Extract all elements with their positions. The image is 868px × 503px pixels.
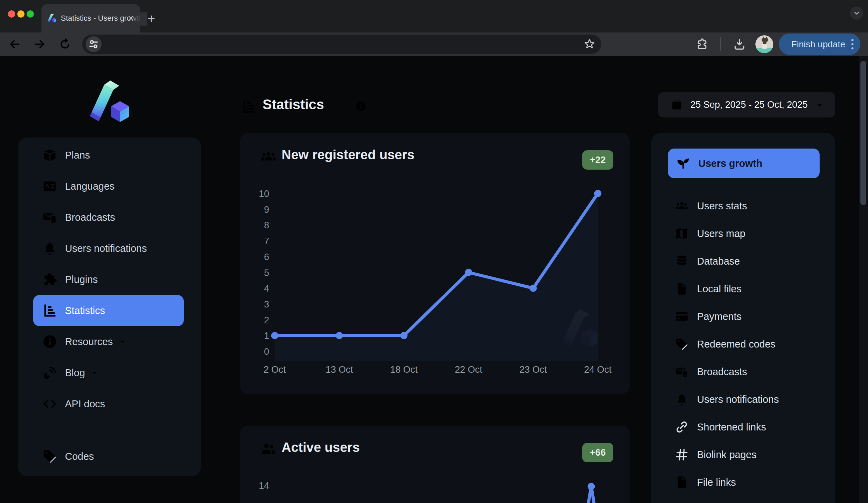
tag-icon <box>675 337 689 351</box>
info-circle-icon <box>42 334 57 349</box>
svg-text:2 Oct: 2 Oct <box>264 364 286 375</box>
sidebar-item-label: Blog <box>65 367 85 379</box>
stats-nav-broadcasts[interactable]: Broadcasts <box>651 358 835 386</box>
map-icon <box>675 227 689 240</box>
file-icon <box>675 475 689 489</box>
stats-nav-users-stats[interactable]: Users stats <box>651 192 835 220</box>
svg-text:7: 7 <box>264 236 269 246</box>
tab-search-button[interactable] <box>850 7 863 20</box>
stats-nav-label: Biolink pages <box>697 449 757 461</box>
back-icon[interactable] <box>8 37 21 51</box>
blog-icon <box>42 365 57 380</box>
sidebar-item-plugins[interactable]: Plugins <box>18 264 201 295</box>
browser-tab[interactable]: Statistics - Users growth - 66 × <box>41 4 140 32</box>
stats-nav-label: Users stats <box>697 200 747 212</box>
svg-text:9: 9 <box>264 205 269 215</box>
window-close-button[interactable] <box>8 10 15 18</box>
svg-text:18 Oct: 18 Oct <box>390 364 418 375</box>
sidebar-item-label: Languages <box>65 181 115 192</box>
sidebar-item-label: Broadcasts <box>65 212 115 223</box>
stats-nav-file-links[interactable]: File links <box>651 468 835 496</box>
active-users-chart[interactable]: 14 <box>240 426 630 503</box>
sidebar-item-statistics[interactable]: Statistics <box>33 295 184 326</box>
stats-nav-label: Users growth <box>698 158 762 169</box>
sidebar-item-languages[interactable]: Languages <box>18 171 201 202</box>
profile-avatar[interactable] <box>755 35 773 53</box>
hashtag-icon <box>675 448 689 462</box>
svg-text:13 Oct: 13 Oct <box>326 364 353 375</box>
sidebar-item-label: Resources <box>65 336 113 348</box>
new-tab-button[interactable]: + <box>144 12 158 26</box>
calendar-icon <box>671 99 682 110</box>
chart-icon <box>42 303 57 318</box>
stats-nav-payments[interactable]: Payments <box>651 303 835 330</box>
sidebar-item-codes[interactable]: Codes <box>18 441 201 472</box>
svg-text:14: 14 <box>259 481 269 491</box>
stats-nav-label: Users map <box>697 228 745 239</box>
stats-nav-redeemed-codes[interactable]: Redeemed codes <box>651 330 835 358</box>
new-registered-users-chart[interactable]: 0123456789102 Oct13 Oct18 Oct22 Oct23 Oc… <box>240 133 630 394</box>
svg-text:10: 10 <box>259 189 269 199</box>
finish-update-button[interactable]: Finish update <box>779 34 860 55</box>
scrollbar-thumb[interactable] <box>860 61 866 205</box>
stats-nav-users-notifications[interactable]: Users notifications <box>651 386 835 413</box>
sidebar-item-broadcasts[interactable]: Broadcasts <box>18 202 201 233</box>
window-zoom-button[interactable] <box>27 10 34 18</box>
broadcast-icon <box>42 210 57 225</box>
reload-icon[interactable] <box>58 37 72 51</box>
date-range-picker[interactable]: 25 Sep, 2025 - 25 Oct, 2025 <box>658 92 835 117</box>
users-group-icon <box>675 199 689 213</box>
code-icon <box>42 396 57 411</box>
stats-nav-label: Local files <box>697 283 742 295</box>
chevron-down-icon <box>853 9 860 17</box>
finish-update-label: Finish update <box>791 39 845 50</box>
sidebar-item-label: API docs <box>65 398 105 410</box>
downloads-icon[interactable] <box>733 37 746 51</box>
file-icon <box>675 282 689 296</box>
kebab-menu-icon[interactable] <box>850 38 855 51</box>
database-icon <box>675 254 689 268</box>
stats-nav-users-map[interactable]: Users map <box>651 220 835 247</box>
stats-nav-label: Broadcasts <box>697 366 747 378</box>
link-icon <box>675 420 689 434</box>
extensions-icon[interactable] <box>695 37 709 51</box>
app-logo <box>87 80 132 125</box>
caret-down-icon <box>118 337 127 346</box>
sidebar-item-api-docs[interactable]: API docs <box>18 388 201 419</box>
url-bar[interactable] <box>82 35 601 54</box>
toolbar-divider <box>720 37 721 51</box>
stats-nav-panel: Users growth Users stats Users map Datab… <box>651 133 835 503</box>
stats-nav-users-growth[interactable]: Users growth <box>668 149 820 178</box>
sidebar-item-users-notifications[interactable]: Users notifications <box>18 233 201 264</box>
browser-toolbar: Finish update <box>0 32 868 56</box>
puzzle-icon <box>42 272 57 287</box>
window-minimize-button[interactable] <box>17 10 25 18</box>
stats-nav-label: Database <box>697 256 740 267</box>
date-range-value: 25 Sep, 2025 - 25 Oct, 2025 <box>690 99 808 110</box>
stats-nav-static-sites[interactable]: Static sites <box>651 496 835 503</box>
info-icon[interactable] <box>355 101 367 112</box>
sidebar-item-plans[interactable]: Plans <box>18 140 201 171</box>
sidebar-item-label: Statistics <box>65 305 105 316</box>
stats-nav-biolink-pages[interactable]: Biolink pages <box>651 441 835 468</box>
bookmark-star-icon[interactable] <box>583 37 596 51</box>
tab-close-icon[interactable]: × <box>125 12 137 24</box>
tune-icon[interactable] <box>86 36 102 52</box>
sidebar-item-label: Plugins <box>65 274 98 285</box>
sidebar-item-label: Codes <box>65 451 94 462</box>
box-icon <box>42 148 57 163</box>
svg-text:3: 3 <box>264 299 269 310</box>
page-title: Statistics <box>263 97 324 112</box>
sidebar-item-resources[interactable]: Resources <box>18 326 201 357</box>
broadcast-icon <box>675 365 689 379</box>
svg-text:6: 6 <box>264 252 269 262</box>
forward-icon[interactable] <box>33 37 47 51</box>
svg-text:4: 4 <box>264 283 269 294</box>
sidebar-item-blog[interactable]: Blog <box>18 357 201 388</box>
credit-card-icon <box>675 310 689 323</box>
stats-nav-shortened-links[interactable]: Shortened links <box>651 413 835 441</box>
stats-nav-label: File links <box>697 477 736 488</box>
stats-nav-database[interactable]: Database <box>651 247 835 275</box>
tab-strip: Statistics - Users growth - 66 × + <box>0 0 868 32</box>
stats-nav-local-files[interactable]: Local files <box>651 275 835 303</box>
